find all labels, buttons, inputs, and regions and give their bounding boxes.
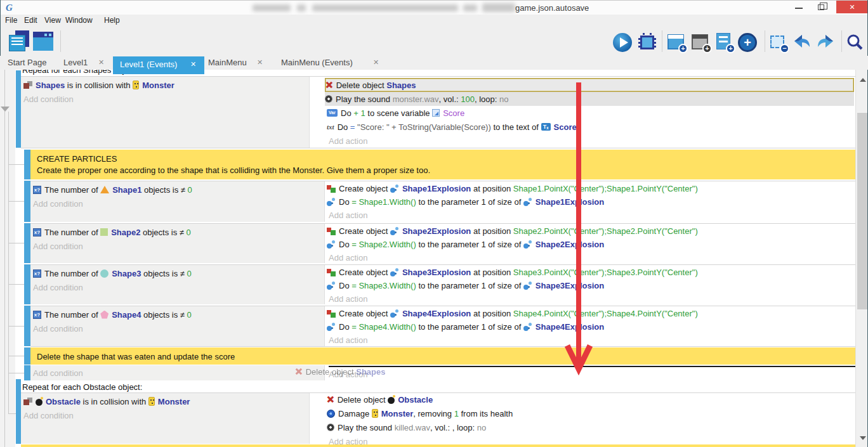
add-condition-link[interactable]: Add condition xyxy=(23,408,74,422)
bar xyxy=(24,181,30,222)
scroll-down-icon[interactable] xyxy=(860,436,866,440)
stub xyxy=(8,164,24,165)
hline xyxy=(21,392,855,393)
drag-ghost-delete-shapes[interactable]: Delete object Shapes xyxy=(295,365,385,379)
comment-body[interactable]: Create the proper one according to the s… xyxy=(37,163,430,177)
action-create-shape2explosion[interactable]: Create object Shape2Explosion at positio… xyxy=(327,224,698,238)
monster-icon xyxy=(133,81,139,89)
scroll-up-icon[interactable] xyxy=(860,78,866,82)
undo-button[interactable] xyxy=(792,33,812,52)
sound-icon xyxy=(327,424,334,431)
add-comment-button[interactable]: + xyxy=(715,33,734,52)
numof-icon xyxy=(33,269,41,278)
tree-child-line xyxy=(8,112,9,414)
app-logo-icon: G xyxy=(6,3,13,13)
blurred-title-text xyxy=(482,3,515,12)
action-create-shape3explosion[interactable]: Create object Shape3Explosion at positio… xyxy=(327,265,698,279)
add-action-link[interactable]: Add action xyxy=(329,292,367,306)
bar xyxy=(24,223,30,263)
action-create-shape1explosion[interactable]: Create object Shape1Explosion at positio… xyxy=(327,181,698,195)
add-condition-link[interactable]: Add condition xyxy=(33,321,83,335)
add-condition-link[interactable]: Add condition xyxy=(33,366,83,380)
action-size-shape4explosion[interactable]: Do = Shape4.Width() to the parameter 1 o… xyxy=(327,320,604,334)
comment-title[interactable]: Delete the shape that was eaten and upda… xyxy=(37,349,235,363)
vertical-scrollbar[interactable] xyxy=(855,70,868,447)
action-play-sound-monster[interactable]: Play the sound monster.wav, vol.: 100, l… xyxy=(325,92,854,106)
particle-icon xyxy=(390,185,399,193)
title-bar: G game.json.autosave ✕ xyxy=(0,0,868,15)
restore-button[interactable] xyxy=(812,1,831,13)
hline xyxy=(21,148,855,148)
tab-level1[interactable]: Level1 xyxy=(63,58,88,67)
tab-start-page[interactable]: Start Page xyxy=(8,58,46,67)
minimize-button[interactable] xyxy=(789,1,808,13)
particle-icon xyxy=(390,227,399,235)
condition-count-shape3[interactable]: The number of Shape3 objects is ≠ 0 xyxy=(33,266,192,280)
stub xyxy=(8,373,24,373)
close-button[interactable]: ✕ xyxy=(836,1,868,13)
action-set-score-text[interactable]: Do = "Score: " + ToString(Variable(Score… xyxy=(327,120,577,134)
project-manager-icon[interactable] xyxy=(9,30,30,52)
close-tab-icon[interactable]: ✕ xyxy=(257,58,263,67)
add-condition-link[interactable]: Add condition xyxy=(33,239,83,253)
add-condition-link[interactable]: Add condition xyxy=(33,197,83,211)
sound-icon xyxy=(325,95,332,103)
delete-selection-button[interactable]: − xyxy=(769,33,788,52)
menu-window[interactable]: Window xyxy=(65,16,93,25)
add-action-link[interactable]: Add action xyxy=(329,250,367,264)
scrollbar-thumb[interactable] xyxy=(857,113,867,309)
bar xyxy=(24,264,30,304)
menu-help[interactable]: Help xyxy=(104,16,120,25)
particle-icon xyxy=(327,323,336,331)
condition-shapes-collision[interactable]: Shapes is in collision with Monster xyxy=(23,78,174,92)
scene-editor-icon[interactable] xyxy=(33,32,55,52)
particle-icon xyxy=(390,268,399,276)
action-size-shape3explosion[interactable]: Do = Shape3.Width() to the parameter 1 o… xyxy=(327,278,604,292)
events-sheet: Repeat for each Shapes object:Shapes is … xyxy=(0,70,855,447)
event-header-repeat-obstacle[interactable]: Repeat for each Obstacle object: xyxy=(22,380,142,394)
menu-edit[interactable]: Edit xyxy=(24,16,37,25)
collision-icon xyxy=(23,81,32,89)
add-condition-link[interactable]: Add condition xyxy=(33,280,83,294)
redo-button[interactable] xyxy=(816,33,835,52)
tab-mainmenu[interactable]: MainMenu xyxy=(208,58,247,67)
action-delete-obstacle[interactable]: Delete object Obstacle xyxy=(327,392,433,406)
stub xyxy=(8,201,24,202)
action-size-shape1explosion[interactable]: Do = Shape1.Width() to the parameter 1 o… xyxy=(327,195,604,209)
shape2-icon xyxy=(100,228,108,236)
condition-obstacle-collision[interactable]: Obstacle is in collision with Monster xyxy=(23,394,190,408)
add-other-event-button[interactable]: + xyxy=(738,33,757,52)
condition-count-shape2[interactable]: The number of Shape2 objects is ≠ 0 xyxy=(33,225,191,239)
blurred-title-text xyxy=(312,4,458,11)
close-tab-icon[interactable]: ✕ xyxy=(98,58,104,67)
close-tab-icon[interactable]: ✕ xyxy=(373,58,379,67)
numof-icon xyxy=(33,186,41,194)
condition-count-shape1[interactable]: The number of Shape1 objects is ≠ 0 xyxy=(33,183,192,197)
add-action-link[interactable]: Add action xyxy=(329,333,367,347)
condition-count-shape4[interactable]: The number of Shape4 objects is ≠ 0 xyxy=(33,308,192,321)
add-subevent-button[interactable]: + xyxy=(692,33,711,52)
action-play-sound-killed[interactable]: Play the sound killed.wav, vol.: , loop:… xyxy=(327,420,486,434)
add-condition-link[interactable]: Add condition xyxy=(23,92,74,106)
tab-mainmenu-events[interactable]: MainMenu (Events) xyxy=(281,58,353,67)
action-create-shape4explosion[interactable]: Create object Shape4Explosion at positio… xyxy=(327,306,698,320)
add-action-link[interactable]: Add action xyxy=(329,134,367,148)
action-add-score-variable[interactable]: Do + 1 to scene variable Score xyxy=(327,106,464,120)
action-size-shape2explosion[interactable]: Do = Shape2.Width() to the parameter 1 o… xyxy=(327,237,604,251)
play-button[interactable] xyxy=(613,33,632,52)
add-event-button[interactable]: + xyxy=(667,33,687,52)
close-tab-icon[interactable]: ✕ xyxy=(190,60,196,68)
tab-level1-events[interactable]: Level1 (Events) ✕ xyxy=(113,56,204,74)
particle-icon xyxy=(523,323,532,331)
action-delete-shapes[interactable]: Delete object Shapes xyxy=(325,78,854,92)
particle-icon xyxy=(523,282,532,290)
debug-button[interactable] xyxy=(638,33,657,52)
tx-icon xyxy=(541,123,551,131)
action-damage-monster[interactable]: Damage Monster, removing 1 from its heal… xyxy=(327,406,513,420)
bar xyxy=(16,379,21,444)
stub xyxy=(8,413,16,414)
menu-file[interactable]: File xyxy=(5,16,17,25)
search-icon[interactable] xyxy=(845,33,864,52)
add-action-link[interactable]: Add action xyxy=(329,208,367,222)
menu-view[interactable]: View xyxy=(44,16,61,25)
